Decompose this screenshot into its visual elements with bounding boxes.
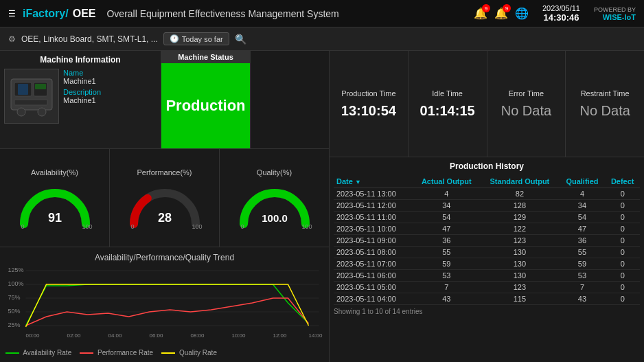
table-cell: 54 (413, 212, 480, 223)
table-cell: 53 (413, 270, 480, 282)
restraint-time-value: No Data (579, 103, 630, 119)
table-cell: 43 (559, 293, 605, 305)
idle-time-value: 01:14:15 (420, 103, 475, 119)
col-date[interactable]: Date ▼ (334, 175, 413, 188)
svg-text:0: 0 (130, 223, 134, 230)
legend-availability: Availability Rate (5, 349, 71, 357)
table-cell: 0 (605, 270, 640, 282)
notification-bell-2[interactable]: 🔔 9 (494, 7, 508, 20)
table-cell: 36 (559, 235, 605, 247)
history-panel: Production History Date ▼ Actual Output … (330, 157, 644, 362)
col-standard[interactable]: Standard Output (480, 175, 559, 188)
table-cell: 59 (559, 258, 605, 270)
idle-time-title: Idle Time (432, 89, 463, 98)
filter-label: Today so far (182, 35, 223, 43)
table-cell: 2023-05-11 13:00 (334, 188, 413, 200)
table-cell: 2023-05-11 10:00 (334, 223, 413, 235)
quality-gauge-visual: 100.0 0 100 (237, 179, 312, 227)
app-logo: iFactory/OEE (23, 8, 95, 20)
table-cell: 0 (605, 223, 640, 235)
table-cell: 55 (413, 247, 480, 258)
machine-icon: ⚙ (8, 34, 16, 44)
svg-text:50%: 50% (8, 308, 21, 315)
svg-rect-6 (18, 84, 28, 95)
trend-title: Availability/Performance/Quality Trend (5, 253, 323, 262)
table-cell: 2023-05-11 06:00 (334, 270, 413, 282)
availability-svg: 91 0 100 (17, 179, 93, 227)
table-cell: 128 (480, 200, 559, 212)
machine-desc-row: Description Machine1 (63, 88, 157, 104)
svg-text:100: 100 (301, 223, 312, 230)
table-row: 2023-05-11 06:0053130530 (334, 270, 640, 282)
table-row: 2023-05-11 07:0059130590 (334, 258, 640, 270)
date-filter[interactable]: 🕐 Today so far (163, 32, 229, 45)
desc-value: Machine1 (63, 96, 157, 104)
svg-text:02:00: 02:00 (67, 332, 82, 339)
quality-svg: 100.0 0 100 (237, 179, 312, 227)
table-cell: 59 (413, 258, 480, 270)
table-cell: 0 (605, 258, 640, 270)
svg-rect-7 (35, 84, 46, 89)
table-row: 2023-05-11 04:0043115430 (334, 293, 640, 305)
restraint-time-box: Restraint Time No Data (566, 51, 644, 157)
legend-quality: Quality Rate (161, 349, 217, 357)
table-cell: 130 (480, 258, 559, 270)
history-header-row: Date ▼ Actual Output Standard Output Qua… (334, 175, 640, 188)
svg-text:100.0: 100.0 (262, 212, 288, 224)
table-cell: 130 (480, 247, 559, 258)
performance-gauge-visual: 28 0 100 (127, 179, 203, 227)
availability-gauge-visual: 91 0 100 (17, 179, 93, 227)
svg-text:12:00: 12:00 (273, 332, 288, 339)
idle-time-box: Idle Time 01:14:15 (409, 51, 487, 157)
machine-image (4, 69, 59, 124)
history-table: Date ▼ Actual Output Standard Output Qua… (334, 175, 640, 305)
desc-label: Description (63, 88, 157, 96)
availability-title: Availability(%) (31, 168, 78, 177)
table-cell: 0 (605, 188, 640, 200)
machine-name-row: Name Machine1 (63, 69, 157, 85)
notification-bell-1[interactable]: 🔔 9 (474, 7, 487, 20)
machine-details: Name Machine1 Description Machine1 (63, 69, 157, 124)
col-actual[interactable]: Actual Output (413, 175, 480, 188)
error-time-value: No Data (501, 103, 551, 119)
table-row: 2023-05-11 13:0048240 (334, 188, 640, 200)
availability-gauge: Availability(%) 91 0 100 (0, 149, 110, 247)
table-cell: 55 (559, 247, 605, 258)
svg-point-5 (38, 108, 46, 116)
main-content: Machine Information (0, 51, 644, 362)
clock-icon: 🕐 (170, 34, 179, 43)
app-title: Overall Equipment Effectiveness Manageme… (106, 8, 473, 19)
table-cell: 123 (480, 235, 559, 247)
table-cell: 2023-05-11 04:00 (334, 293, 413, 305)
error-time-box: Error Time No Data (487, 51, 566, 157)
table-row: 2023-05-11 08:0055130550 (334, 247, 640, 258)
search-icon[interactable]: 🔍 (235, 34, 246, 45)
table-cell: 53 (559, 270, 605, 282)
svg-text:75%: 75% (8, 294, 21, 301)
powered-label: POWERED BY (594, 6, 636, 13)
table-cell: 34 (559, 200, 605, 212)
powered-by: POWERED BY WISE-IoT (594, 6, 636, 21)
date-display: 2023/05/11 (542, 4, 580, 12)
col-defect[interactable]: Defect (605, 175, 640, 188)
table-cell: 0 (605, 235, 640, 247)
quality-title: Quality(%) (257, 168, 292, 177)
table-cell: 82 (480, 188, 559, 200)
table-cell: 47 (559, 223, 605, 235)
col-qualified[interactable]: Qualified (559, 175, 605, 188)
table-cell: 54 (559, 212, 605, 223)
header: ☰ iFactory/OEE Overall Equipment Effecti… (0, 0, 644, 27)
svg-rect-3 (14, 100, 47, 105)
bell1-badge: 9 (482, 4, 490, 12)
quality-gauge: Quality(%) 100.0 0 100 (220, 149, 329, 247)
left-panel: Machine Information (0, 51, 330, 362)
table-cell: 130 (480, 270, 559, 282)
top-row: Machine Information (0, 51, 329, 149)
hamburger-icon[interactable]: ☰ (8, 9, 16, 19)
svg-text:14:00: 14:00 (309, 332, 323, 339)
table-cell: 2023-05-11 11:00 (334, 212, 413, 223)
machine-status-panel: Machine Status Production (161, 51, 251, 148)
machine-info-title: Machine Information (4, 55, 157, 65)
svg-text:25%: 25% (8, 321, 21, 328)
globe-icon[interactable]: 🌐 (515, 7, 529, 20)
